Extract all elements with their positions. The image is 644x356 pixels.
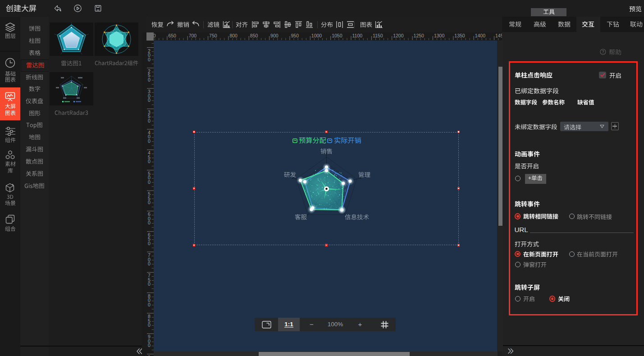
svg-text:0: 0 (148, 342, 151, 348)
svg-text:1450: 1450 (495, 33, 502, 38)
svg-text:0: 0 (148, 200, 151, 205)
svg-text:0: 0 (148, 241, 151, 246)
svg-text:0: 0 (148, 159, 151, 164)
svg-text:800: 800 (229, 33, 238, 38)
svg-text:750: 750 (209, 33, 217, 38)
svg-text:950: 950 (291, 33, 299, 38)
svg-text:0: 0 (148, 322, 151, 328)
svg-text:900: 900 (270, 33, 279, 38)
svg-text:850: 850 (250, 33, 258, 38)
svg-text:1150: 1150 (373, 33, 383, 38)
svg-text:1400: 1400 (475, 33, 486, 38)
svg-text:0: 0 (148, 77, 151, 82)
svg-text:0: 0 (148, 261, 151, 266)
svg-text:0: 0 (148, 57, 151, 62)
svg-text:1250: 1250 (414, 33, 425, 38)
svg-text:1050: 1050 (332, 33, 343, 38)
svg-text:0: 0 (148, 281, 151, 287)
svg-text:1000: 1000 (311, 33, 322, 38)
svg-text:1100: 1100 (352, 33, 363, 38)
svg-text:0: 0 (148, 220, 151, 225)
svg-text:700: 700 (189, 33, 197, 38)
svg-text:0: 0 (148, 118, 151, 123)
svg-text:1350: 1350 (454, 33, 465, 38)
svg-text:1300: 1300 (434, 33, 445, 38)
svg-text:0: 0 (148, 97, 151, 103)
svg-text:1200: 1200 (393, 33, 404, 38)
svg-text:0: 0 (148, 138, 151, 144)
svg-text:0: 0 (148, 302, 151, 307)
svg-text:650: 650 (168, 33, 176, 38)
svg-text:0: 0 (148, 179, 151, 185)
